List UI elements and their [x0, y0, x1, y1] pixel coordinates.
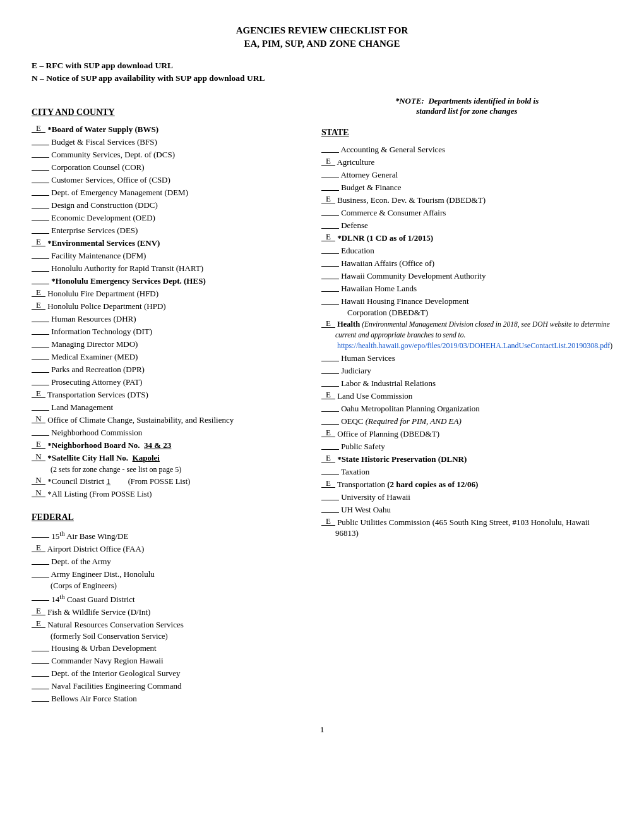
- list-item: Naval Facilities Engineering Command: [32, 680, 302, 692]
- list-item: University of Hawaii: [321, 492, 612, 503]
- list-item: Community Services, Dept. of (DCS): [32, 149, 302, 160]
- legend-section: E – RFC with SUP app download URL N – No…: [32, 61, 612, 83]
- list-item: (formerly Soil Conservation Service): [51, 632, 302, 641]
- city-county-title: CITY AND COUNTY: [32, 107, 302, 118]
- list-item: OEQC (Required for PIM, AND EA): [321, 416, 612, 427]
- list-item: E Public Utilities Commission (465 South…: [321, 517, 612, 539]
- list-item: E Transportation Services (DTS): [32, 389, 302, 401]
- list-item: Labor & Industrial Relations: [321, 378, 612, 389]
- list-item: E Fish & Wildlife Service (D/Int): [32, 607, 302, 618]
- list-item-health: E Health (Environmental Management Divis…: [321, 319, 612, 351]
- list-item: Budget & Fiscal Services (BFS): [32, 136, 302, 148]
- list-item: Land Management: [32, 402, 302, 413]
- list-item: Facility Maintenance (DFM): [32, 250, 302, 262]
- federal-list: 15th Air Base Wing/DE E Airport District…: [32, 529, 302, 704]
- list-item: N Office of Climate Change, Sustainabili…: [32, 414, 302, 426]
- list-item: E Business, Econ. Dev. & Tourism (DBED&T…: [321, 195, 612, 206]
- list-item: E *Neighborhood Board No. 34 & 23: [32, 440, 302, 451]
- list-item: E Honolulu Police Department (HPD): [32, 301, 302, 312]
- list-item: *Honolulu Emergency Services Dept. (HES): [32, 275, 302, 287]
- list-item: Oahu Metropolitan Planning Organization: [321, 403, 612, 414]
- right-column: *NOTE: Departments identified in bold is…: [321, 96, 612, 706]
- list-item: Education: [321, 245, 612, 257]
- list-item: Information Technology (DIT): [32, 326, 302, 337]
- list-item: Army Engineer Dist., Honolulu: [32, 569, 302, 580]
- list-item: Prosecuting Attorney (PAT): [32, 377, 302, 388]
- list-item: Dept. of the Interior Geological Survey: [32, 668, 302, 679]
- city-county-list: E *Board of Water Supply (BWS) Budget & …: [32, 124, 302, 500]
- list-item: Bellows Air Force Station: [32, 693, 302, 704]
- list-item: N *Satellite City Hall No. Kapolei: [32, 452, 302, 464]
- list-item: E *DLNR (1 CD as of 1/2015): [321, 233, 612, 244]
- list-item: Public Safety: [321, 441, 612, 452]
- note-box: *NOTE: Departments identified in bold is…: [321, 96, 612, 116]
- list-item: Dept. of Emergency Management (DEM): [32, 187, 302, 198]
- list-item: Economic Development (OED): [32, 212, 302, 224]
- list-item: Customer Services, Office of (CSD): [32, 174, 302, 186]
- list-item: UH West Oahu: [321, 504, 612, 516]
- list-item: Hawaiian Affairs (Office of): [321, 258, 612, 269]
- list-item: Housing & Urban Development: [32, 643, 302, 654]
- list-item: Neighborhood Commission: [32, 427, 302, 438]
- list-item: Defense: [321, 220, 612, 231]
- list-item: E Transportation (2 hard copies as of 12…: [321, 479, 612, 490]
- federal-title: FEDERAL: [32, 512, 302, 523]
- list-item: Managing Director MDO): [32, 339, 302, 350]
- list-item: E Airport District Office (FAA): [32, 543, 302, 555]
- list-item: N *Council District 1 (From POSSE List): [32, 476, 302, 487]
- list-item: Human Services: [321, 353, 612, 364]
- list-item: Hawaii Community Development Authority: [321, 270, 612, 282]
- page-number: 1: [32, 725, 612, 735]
- state-title: STATE: [321, 128, 612, 138]
- list-item: E Honolulu Fire Department (HFD): [32, 288, 302, 299]
- list-item: E *State Historic Preservation (DLNR): [321, 454, 612, 465]
- list-item: E *Board of Water Supply (BWS): [32, 124, 302, 135]
- list-item: Medical Examiner (MED): [32, 351, 302, 363]
- list-item: Commander Navy Region Hawaii: [32, 655, 302, 667]
- list-item: Budget & Finance: [321, 182, 612, 193]
- state-list: Accounting & General Services E Agricult…: [321, 144, 612, 539]
- list-item: Hawaiian Home Lands: [321, 283, 612, 294]
- list-item: Hawaii Housing Finance Development Corpo…: [321, 296, 612, 318]
- list-item: Parks and Recreation (DPR): [32, 364, 302, 375]
- list-item: (Corps of Engineers): [51, 581, 302, 591]
- list-item: (2 sets for zone change - see list on pa…: [51, 465, 302, 474]
- left-column: CITY AND COUNTY E *Board of Water Supply…: [32, 96, 302, 706]
- list-item: E Natural Resources Conservation Service…: [32, 619, 302, 631]
- list-item: Enterprise Services (DES): [32, 225, 302, 236]
- list-item: E Office of Planning (DBED&T): [321, 428, 612, 440]
- list-item: Accounting & General Services: [321, 144, 612, 155]
- list-item: E Agriculture: [321, 157, 612, 168]
- list-item: E *Environmental Services (ENV): [32, 238, 302, 249]
- list-item: E Land Use Commission: [321, 390, 612, 402]
- list-item: Human Resources (DHR): [32, 313, 302, 325]
- list-item: 15th Air Base Wing/DE: [32, 529, 302, 542]
- list-item: Commerce & Consumer Affairs: [321, 207, 612, 219]
- list-item: Dept. of the Army: [32, 556, 302, 567]
- page-title: AGENCIES REVIEW CHECKLIST FOR EA, PIM, S…: [32, 25, 612, 49]
- list-item: Attorney General: [321, 169, 612, 181]
- list-item: Honolulu Authority for Rapid Transit (HA…: [32, 263, 302, 274]
- list-item: N *All Listing (From POSSE List): [32, 488, 302, 500]
- list-item: Design and Construction (DDC): [32, 200, 302, 211]
- list-item: Corporation Counsel (COR): [32, 162, 302, 173]
- list-item: Taxation: [321, 466, 612, 478]
- list-item: Judiciary: [321, 365, 612, 377]
- list-item: 14th Coast Guard District: [32, 592, 302, 605]
